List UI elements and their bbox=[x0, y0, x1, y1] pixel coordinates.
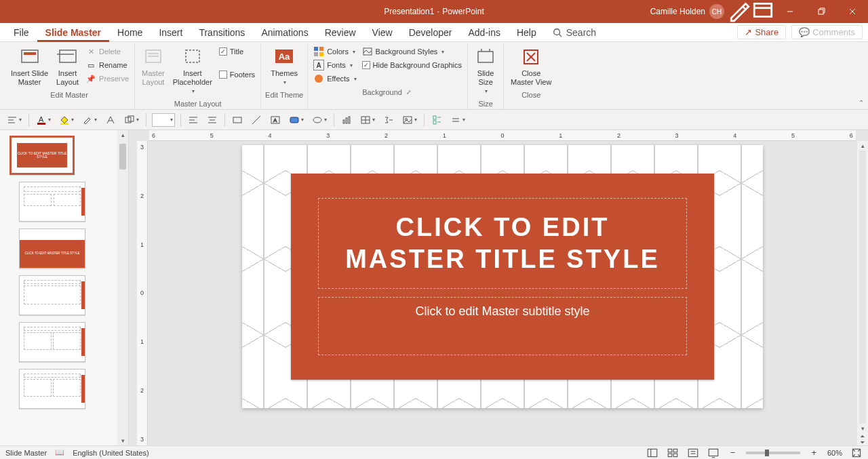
prev-slide-icon[interactable]: ⏶ bbox=[860, 433, 865, 439]
sorter-view-button[interactable] bbox=[667, 447, 679, 458]
insert-layout-button[interactable]: Insert Layout bbox=[54, 45, 81, 88]
zoom-level[interactable]: 60% bbox=[827, 449, 842, 457]
equation-button[interactable] bbox=[382, 115, 395, 125]
scroll-up-icon[interactable]: ▴ bbox=[120, 130, 126, 140]
picture-button[interactable]: ▾ bbox=[401, 115, 418, 125]
share-button[interactable]: ↗Share bbox=[737, 25, 786, 39]
close-button[interactable] bbox=[837, 0, 868, 23]
bg-styles-icon bbox=[362, 46, 373, 57]
editor-scrollbar[interactable]: ▴ ▾ ⏶ ⏷ bbox=[857, 141, 868, 445]
more-tools-button[interactable]: ▾ bbox=[449, 115, 467, 125]
master-title-placeholder[interactable]: Click to edit Master title style bbox=[318, 198, 687, 289]
zoom-in-button[interactable]: + bbox=[808, 447, 819, 458]
svg-line-33 bbox=[107, 117, 111, 123]
line-button[interactable] bbox=[250, 115, 263, 125]
preserve-button: 📌Preserve bbox=[84, 72, 130, 85]
effects-dropdown[interactable]: Effects▾ bbox=[312, 72, 357, 85]
rename-button[interactable]: ▭Rename bbox=[84, 58, 130, 72]
collapse-ribbon-button[interactable]: ⌃ bbox=[859, 99, 864, 106]
close-master-view-button[interactable]: Close Master View bbox=[508, 45, 554, 88]
close-master-icon bbox=[520, 46, 542, 68]
tab-home[interactable]: Home bbox=[109, 23, 151, 42]
tab-insert[interactable]: Insert bbox=[151, 23, 191, 42]
chart-button[interactable] bbox=[340, 115, 353, 125]
reading-view-button[interactable] bbox=[687, 447, 699, 458]
textbox-button[interactable]: A bbox=[269, 115, 282, 125]
svg-rect-60 bbox=[433, 121, 436, 124]
user-account[interactable]: Camille Holden CH bbox=[650, 4, 728, 19]
footers-checkbox[interactable]: Footers bbox=[218, 68, 256, 81]
tab-developer[interactable]: Developer bbox=[401, 23, 460, 42]
master-subtitle-placeholder[interactable]: Click to edit Master subtitle style bbox=[318, 297, 687, 355]
window-title: Presentation1 - PowerPoint bbox=[384, 7, 484, 16]
hide-bg-checkbox[interactable]: Hide Background Graphics bbox=[361, 58, 463, 72]
rounded-rect-button[interactable]: ▾ bbox=[288, 115, 305, 125]
align-objects-button[interactable]: ▾ bbox=[5, 115, 23, 125]
language-label[interactable]: English (United States) bbox=[73, 449, 149, 457]
fill-color-button[interactable]: ▾ bbox=[58, 115, 75, 125]
layout-thumbnail[interactable] bbox=[19, 182, 85, 222]
tab-slide-master[interactable]: Slide Master bbox=[37, 23, 109, 42]
svg-line-6 bbox=[559, 34, 561, 37]
scroll-up-icon[interactable]: ▴ bbox=[860, 141, 866, 151]
outline-color-button[interactable]: ▾ bbox=[81, 115, 98, 125]
align-left-button[interactable] bbox=[186, 115, 200, 125]
insert-slide-master-button[interactable]: Insert Slide Master bbox=[8, 45, 51, 88]
fit-to-window-button[interactable] bbox=[850, 447, 863, 458]
slide-canvas[interactable]: Click to edit Master title style Click t… bbox=[242, 145, 763, 408]
align-center-button[interactable] bbox=[205, 115, 219, 125]
thumbnails-scrollbar[interactable]: ▴ ▾ bbox=[117, 130, 128, 445]
layout-thumbnail[interactable] bbox=[19, 369, 85, 409]
zoom-slider[interactable] bbox=[746, 452, 800, 454]
tell-me-search[interactable]: Search bbox=[545, 27, 604, 38]
maximize-button[interactable] bbox=[806, 0, 837, 23]
font-color-button[interactable]: A▾ bbox=[35, 115, 52, 125]
bg-styles-dropdown[interactable]: Background Styles▾ bbox=[361, 45, 463, 58]
comments-icon: 💬 bbox=[799, 27, 810, 37]
themes-button[interactable]: Aa Themes▾ bbox=[268, 45, 300, 88]
svg-line-45 bbox=[252, 116, 260, 124]
tab-animations[interactable]: Animations bbox=[253, 23, 316, 42]
dialog-launcher-icon[interactable]: ⤢ bbox=[405, 89, 413, 96]
display-options-icon[interactable] bbox=[751, 0, 774, 24]
zoom-out-button[interactable]: − bbox=[728, 447, 738, 458]
insert-placeholder-button[interactable]: Insert Placeholder▾ bbox=[170, 45, 215, 97]
oval-button[interactable]: ▾ bbox=[311, 115, 328, 125]
slide-size-button[interactable]: Slide Size▾ bbox=[472, 45, 499, 97]
tab-file[interactable]: File bbox=[5, 23, 37, 42]
shape-select[interactable]: ▾ bbox=[152, 113, 175, 127]
spellcheck-icon[interactable]: 📖 bbox=[55, 448, 64, 457]
scroll-down-icon[interactable]: ▾ bbox=[120, 436, 126, 445]
layout-thumbnail[interactable]: CLICK TO EDIT MASTER TITLE STYLE bbox=[19, 228, 85, 268]
comments-button[interactable]: 💬Comments bbox=[791, 25, 863, 39]
master-layout-button[interactable]: Master Layout bbox=[139, 45, 167, 88]
tab-view[interactable]: View bbox=[364, 23, 401, 42]
next-slide-icon[interactable]: ⏷ bbox=[860, 439, 865, 445]
arrange-button[interactable] bbox=[104, 115, 117, 125]
minimize-button[interactable] bbox=[774, 0, 806, 23]
master-thumbnail[interactable]: CLICK TO EDIT MASTER TITLE STYLE bbox=[9, 136, 75, 175]
svg-rect-0 bbox=[754, 3, 772, 16]
draw-mode-icon[interactable] bbox=[728, 0, 751, 24]
selection-pane-button[interactable] bbox=[430, 115, 443, 125]
scroll-down-icon[interactable]: ▾ bbox=[860, 424, 866, 433]
svg-text:A: A bbox=[273, 117, 277, 123]
colors-dropdown[interactable]: Colors▾ bbox=[312, 45, 357, 58]
title-checkbox[interactable]: Title bbox=[218, 45, 256, 58]
group-objects-button[interactable]: ▾ bbox=[123, 115, 140, 125]
layout-thumbnail[interactable] bbox=[19, 322, 85, 362]
svg-rect-2 bbox=[818, 9, 823, 14]
rectangle-button[interactable] bbox=[231, 115, 244, 125]
tab-review[interactable]: Review bbox=[317, 23, 364, 42]
table-button[interactable]: ▾ bbox=[359, 115, 376, 125]
group-close: Close Master View Close bbox=[504, 43, 558, 109]
svg-rect-18 bbox=[319, 47, 323, 51]
layout-thumbnail[interactable] bbox=[19, 275, 85, 315]
normal-view-button[interactable] bbox=[646, 447, 658, 458]
tab-transitions[interactable]: Transitions bbox=[191, 23, 253, 42]
tab-addins[interactable]: Add-ins bbox=[460, 23, 508, 42]
slideshow-button[interactable] bbox=[707, 447, 719, 458]
tab-help[interactable]: Help bbox=[509, 23, 545, 42]
ribbon: Insert Slide Master Insert Layout ✕Delet… bbox=[0, 42, 868, 110]
fonts-dropdown[interactable]: AFonts▾ bbox=[312, 58, 357, 72]
